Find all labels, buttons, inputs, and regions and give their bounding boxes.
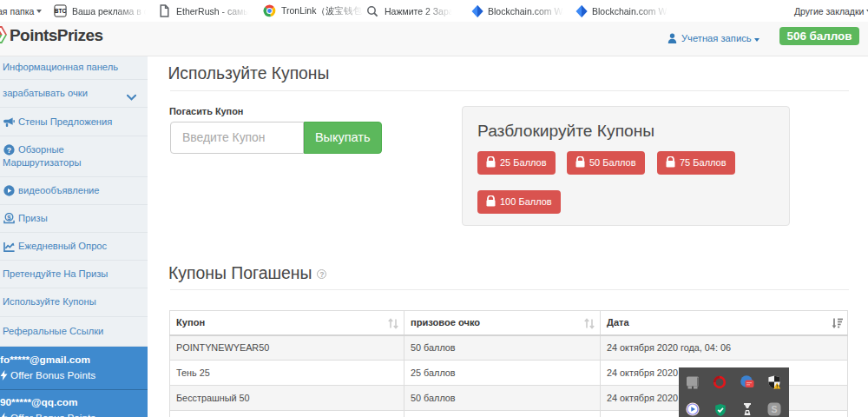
svg-text:BTC: BTC [55, 8, 67, 14]
svg-text:?: ? [6, 145, 10, 154]
svg-text:S: S [771, 404, 777, 414]
svg-text:$: $ [7, 213, 11, 221]
